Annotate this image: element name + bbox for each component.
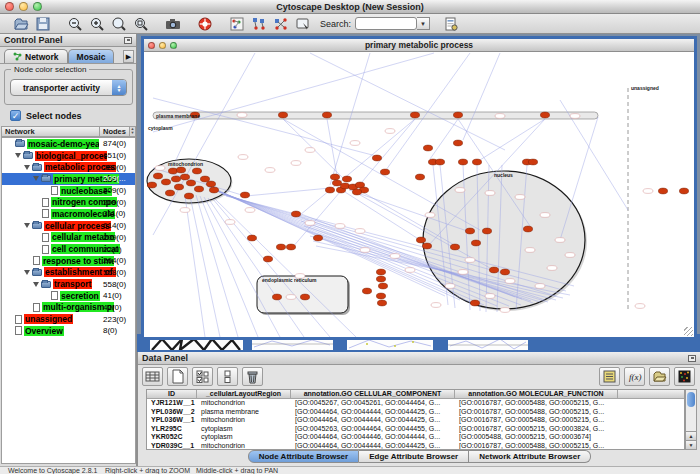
open-file-icon[interactable] (10, 15, 32, 33)
network-node-outline[interactable] (155, 166, 165, 171)
network-node[interactable] (332, 180, 341, 186)
tree-row[interactable]: multi-organism pro42(0) (2, 302, 135, 314)
network-node[interactable] (540, 112, 549, 118)
network-node[interactable] (489, 267, 498, 273)
network-node-outline[interactable] (445, 284, 455, 289)
network-node[interactable] (330, 174, 339, 180)
tree-row[interactable]: metabolic process280(0) (2, 161, 135, 173)
network-node-outline[interactable] (265, 168, 275, 173)
network-node-outline[interactable] (535, 284, 545, 289)
expander-icon[interactable] (33, 176, 39, 181)
network-node[interactable] (416, 237, 425, 243)
network-node[interactable] (322, 112, 331, 118)
select-attributes-icon[interactable] (192, 367, 213, 386)
network-node[interactable] (192, 168, 201, 174)
new-attribute-icon[interactable] (167, 367, 188, 386)
tree-row[interactable]: primary metabo209(... (2, 173, 135, 185)
tree-row[interactable]: biological_process651(0) (2, 150, 135, 162)
tree-row[interactable]: Overview8(0) (2, 325, 135, 337)
network-node-outline[interactable] (360, 248, 370, 253)
expander-icon[interactable] (33, 282, 39, 287)
attribute-matrix-icon[interactable] (674, 367, 695, 386)
network-node[interactable] (300, 294, 309, 300)
tree-row[interactable]: cellular metabo209(0) (2, 232, 135, 244)
network-node-outline[interactable] (390, 254, 400, 259)
network-node-outline[interactable] (458, 270, 468, 275)
tree-column-nodes[interactable]: Nodes (100, 126, 130, 137)
network-node[interactable] (423, 145, 432, 151)
network-node-outline[interactable] (525, 248, 535, 253)
network-node-outline[interactable] (335, 224, 345, 229)
network-node[interactable] (147, 182, 156, 188)
table-row[interactable]: YPL036W__2plasma membrane[GO:0044464, GO… (147, 408, 684, 417)
network-node-outline[interactable] (350, 141, 360, 146)
tree-row[interactable]: unassigned223(0) (2, 313, 135, 325)
network-node[interactable] (342, 176, 351, 182)
network-node[interactable] (450, 244, 459, 250)
network-node-outline[interactable] (286, 295, 296, 300)
tree-row[interactable]: secretion41(0) (2, 290, 135, 302)
network-node[interactable] (471, 240, 480, 246)
network-node-outline[interactable] (555, 238, 565, 243)
help-icon[interactable] (194, 15, 216, 33)
table-row[interactable]: YJR121W__1mitochondrion[GO:0045267, GO:0… (147, 399, 684, 408)
network-node[interactable] (206, 181, 215, 187)
tab-overflow-icon[interactable]: ▶ (123, 50, 134, 63)
network-node[interactable] (174, 184, 183, 190)
network-node[interactable] (325, 187, 334, 193)
tree-row[interactable]: macromolecule311(0) (2, 208, 135, 220)
network-node[interactable] (291, 211, 300, 217)
network-node-outline[interactable] (355, 229, 365, 234)
network-node[interactable] (278, 112, 287, 118)
tab-network[interactable]: Network (4, 49, 68, 63)
network-node[interactable] (470, 300, 479, 306)
tree-scrollbar-icon[interactable]: ▲▼ (130, 126, 136, 137)
network-node[interactable] (378, 283, 387, 289)
network-node[interactable] (165, 190, 174, 196)
network-node[interactable] (453, 140, 462, 146)
tree-row[interactable]: nucleobase-209(0) (2, 185, 135, 197)
network-node[interactable] (362, 288, 371, 294)
tree-row[interactable]: transport558(0) (2, 278, 135, 290)
network-node[interactable] (372, 155, 381, 161)
network-node-outline[interactable] (425, 213, 435, 218)
network-node-outline[interactable] (180, 208, 190, 213)
node-color-dropdown[interactable]: transporter activity ▲▼ (10, 79, 127, 96)
tree-column-network[interactable]: Network (1, 126, 100, 137)
network-view-window[interactable]: primary metabolic process plasma membran… (141, 36, 697, 340)
tab-network-attribute-browser[interactable]: Network Attribute Browser (469, 450, 591, 463)
network-node-outline[interactable] (455, 188, 465, 193)
network-node-outline[interactable] (238, 155, 248, 160)
tree-row[interactable]: nitrogen compo209(0) (2, 196, 135, 208)
resize-grip[interactable] (684, 327, 693, 336)
network-node[interactable] (482, 228, 491, 234)
formula-builder-icon[interactable]: f(x) (624, 367, 645, 386)
annotation-icon[interactable] (292, 15, 314, 33)
attribute-select-icon[interactable] (142, 367, 163, 386)
network-node[interactable] (377, 300, 386, 306)
network-node-outline[interactable] (305, 148, 315, 153)
network-node-outline[interactable] (540, 213, 550, 218)
snapshot-icon[interactable] (162, 15, 184, 33)
network-node-outline[interactable] (291, 161, 301, 166)
network-node[interactable] (240, 192, 249, 198)
layout-grid-icon[interactable] (248, 15, 270, 33)
float-panel-icon[interactable] (124, 37, 132, 44)
network-window-titlebar[interactable]: primary metabolic process (144, 39, 694, 52)
network-node-outline[interactable] (570, 114, 580, 119)
layout-organic-icon[interactable] (270, 15, 292, 33)
network-node[interactable] (458, 159, 467, 165)
network-node[interactable] (313, 235, 322, 241)
network-node[interactable] (272, 294, 281, 300)
select-nodes-checkbox[interactable]: ✓ (10, 110, 21, 121)
table-column-header[interactable]: annotation.GO CELLULAR_COMPONENT (291, 390, 455, 399)
network-node[interactable] (171, 176, 180, 182)
float-panel-icon[interactable] (688, 355, 696, 362)
save-file-icon[interactable] (32, 15, 54, 33)
expander-icon[interactable] (24, 165, 30, 170)
open-attribute-file-icon[interactable] (649, 367, 670, 386)
tree-row[interactable]: establishment of lo558(0) (2, 267, 135, 279)
unselect-attributes-icon[interactable] (217, 367, 238, 386)
network-node-outline[interactable] (515, 195, 525, 200)
network-node[interactable] (679, 188, 688, 194)
